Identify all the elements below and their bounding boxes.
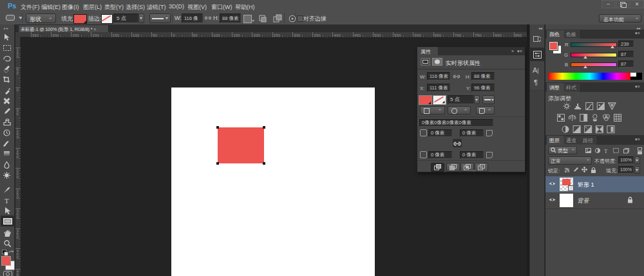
svg-text:T: T	[604, 148, 608, 154]
svg-text:T: T	[5, 197, 9, 205]
